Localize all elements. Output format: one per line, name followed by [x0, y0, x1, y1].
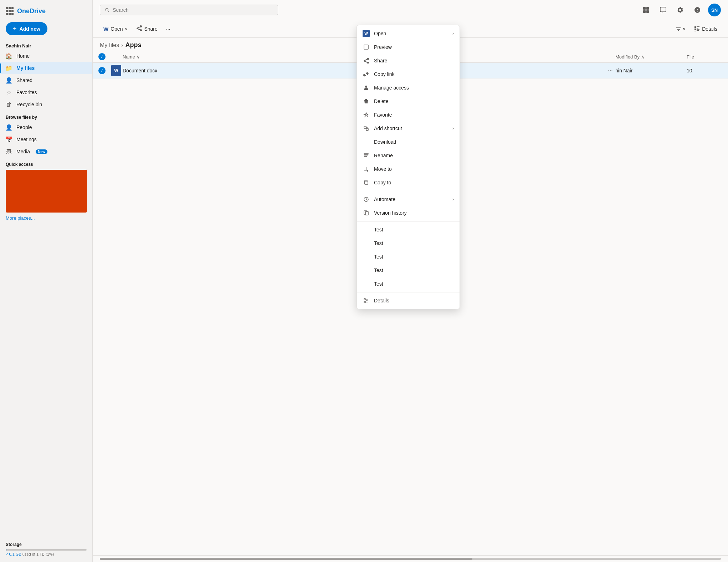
- ctx-manage-access[interactable]: Manage access: [357, 81, 460, 94]
- user-name: Sachin Nair: [0, 41, 92, 50]
- details-icon: [363, 297, 370, 304]
- breadcrumb-current: Apps: [125, 41, 142, 49]
- sidebar-item-home[interactable]: 🏠 Home: [0, 50, 92, 62]
- svg-rect-9: [697, 29, 699, 30]
- svg-rect-22: [364, 301, 365, 303]
- ctx-move-to[interactable]: Move to: [357, 162, 460, 176]
- ctx-copy-to-label: Copy to: [374, 180, 391, 185]
- ctx-add-shortcut-label: Add shortcut: [374, 126, 402, 131]
- row-modified-by: hin Nair: [615, 68, 687, 73]
- sidebar-item-label: Favorites: [16, 90, 37, 95]
- ctx-test-1[interactable]: Test: [357, 223, 460, 236]
- sidebar-item-label: People: [16, 124, 32, 130]
- svg-rect-11: [697, 30, 699, 31]
- add-new-button[interactable]: + Add new: [6, 22, 47, 35]
- row-check[interactable]: ✓: [98, 67, 111, 74]
- ctx-rename[interactable]: Rename: [357, 149, 460, 162]
- ctx-version-history[interactable]: Version history: [357, 206, 460, 220]
- sidebar-item-label: Media: [16, 149, 30, 154]
- row-file-size: 10.: [687, 68, 722, 73]
- sidebar-item-label: Recycle bin: [16, 102, 42, 107]
- ctx-copy-to[interactable]: Copy to: [357, 176, 460, 189]
- ctx-share-label: Share: [374, 58, 387, 63]
- ctx-open[interactable]: W Open ›: [357, 27, 460, 40]
- header-check[interactable]: ✓: [98, 53, 111, 60]
- file-toolbar: W Open ∨ Share ···: [100, 23, 174, 35]
- more-toolbar-button[interactable]: ···: [163, 24, 174, 34]
- svg-rect-14: [364, 126, 366, 128]
- ctx-shortcut-chevron: ›: [452, 126, 454, 131]
- horizontal-scrollbar[interactable]: [100, 558, 721, 560]
- svg-rect-17: [365, 181, 368, 184]
- sidebar-item-recycle-bin[interactable]: 🗑 Recycle bin: [0, 98, 92, 111]
- svg-rect-12: [364, 45, 368, 49]
- ctx-test5-icon: [363, 280, 370, 287]
- svg-rect-3: [646, 10, 649, 13]
- sidebar-item-people[interactable]: 👤 People: [0, 121, 92, 133]
- more-places-link[interactable]: More places...: [0, 213, 92, 224]
- quick-access-thumbnail[interactable]: [6, 170, 87, 213]
- header-modified-by[interactable]: Modified By ∧: [615, 54, 687, 60]
- svg-rect-8: [694, 29, 696, 30]
- breadcrumb-parent[interactable]: My files: [100, 42, 119, 48]
- history-icon: [363, 209, 370, 216]
- open-caret-icon: ∨: [125, 27, 128, 31]
- row-checkbox[interactable]: ✓: [98, 67, 106, 74]
- ctx-test-2[interactable]: Test: [357, 236, 460, 250]
- ctx-test-5[interactable]: Test: [357, 277, 460, 291]
- ctx-preview[interactable]: Preview: [357, 40, 460, 54]
- link-icon: [363, 71, 370, 78]
- star-icon: ☆: [6, 89, 12, 96]
- sidebar-item-label: Home: [16, 53, 30, 59]
- layout-icon-btn[interactable]: [640, 4, 652, 16]
- sidebar-item-favorites[interactable]: ☆ Favorites: [0, 86, 92, 98]
- ctx-test5-label: Test: [374, 281, 383, 287]
- search-input[interactable]: [113, 7, 273, 13]
- ctx-add-shortcut[interactable]: Add shortcut ›: [357, 122, 460, 135]
- settings-icon-btn[interactable]: [674, 4, 687, 16]
- avatar[interactable]: SN: [708, 4, 721, 16]
- sidebar-item-label: My files: [16, 65, 35, 71]
- file-size-value: 10.: [687, 68, 693, 73]
- ctx-test-3[interactable]: Test: [357, 250, 460, 264]
- ctx-delete[interactable]: Delete: [357, 94, 460, 108]
- sidebar-item-my-files[interactable]: 📁 My files: [0, 62, 92, 74]
- share-button[interactable]: Share: [133, 23, 161, 35]
- ctx-rename-label: Rename: [374, 153, 393, 158]
- sort-icon-btn[interactable]: ∨: [672, 24, 689, 34]
- comments-icon-btn[interactable]: [657, 4, 670, 16]
- copy-icon: [363, 179, 370, 186]
- help-icon-btn[interactable]: [691, 4, 704, 16]
- sidebar-item-media[interactable]: 🖼 Media New: [0, 145, 92, 158]
- apps-grid-icon[interactable]: [6, 7, 14, 15]
- trash-icon: 🗑: [6, 101, 12, 108]
- row-more-button[interactable]: ···: [605, 66, 615, 76]
- svg-rect-4: [660, 7, 666, 12]
- ctx-test3-label: Test: [374, 254, 383, 260]
- ctx-share[interactable]: Share: [357, 54, 460, 67]
- sidebar-item-shared[interactable]: 👤 Shared: [0, 74, 92, 86]
- ctx-manage-access-label: Manage access: [374, 85, 409, 91]
- details-label: Details: [702, 26, 717, 32]
- brand-name: OneDrive: [17, 7, 46, 15]
- file-name-text: Document.docx: [123, 68, 157, 73]
- svg-rect-16: [364, 153, 368, 154]
- ctx-test4-icon: [363, 267, 370, 274]
- scrollbar-thumb[interactable]: [100, 558, 472, 560]
- details-button[interactable]: Details: [691, 24, 721, 34]
- ctx-separator-1: [357, 191, 460, 191]
- manage-access-icon: [363, 84, 370, 91]
- ctx-details[interactable]: Details: [357, 294, 460, 307]
- ctx-test-4[interactable]: Test: [357, 264, 460, 277]
- select-all-checkbox[interactable]: ✓: [98, 53, 106, 60]
- open-button[interactable]: W Open ∨: [100, 24, 131, 34]
- sidebar-item-meetings[interactable]: 📅 Meetings: [0, 133, 92, 145]
- ctx-download[interactable]: Download: [357, 135, 460, 149]
- ctx-copy-link[interactable]: Copy link: [357, 67, 460, 81]
- storage-link[interactable]: < 0.1 GB: [6, 552, 21, 556]
- ctx-open-chevron: ›: [452, 31, 454, 36]
- svg-rect-21: [364, 298, 365, 300]
- ctx-favorite[interactable]: Favorite: [357, 108, 460, 122]
- header-file-size[interactable]: File: [687, 54, 722, 60]
- ctx-automate[interactable]: Automate ›: [357, 193, 460, 206]
